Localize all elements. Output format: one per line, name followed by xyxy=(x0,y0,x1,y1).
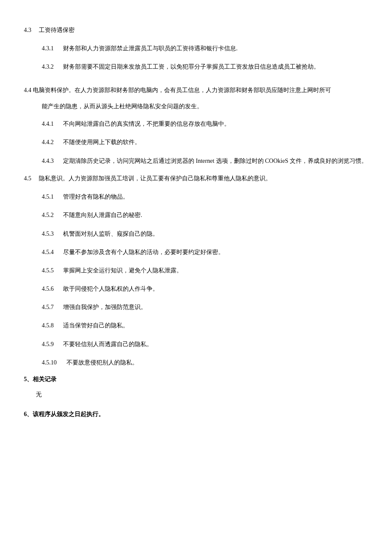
section-title: 隐私意识。人力资源部加强员工培训，让员工要有保护自己隐私和尊重他人隐私的意识。 xyxy=(39,175,271,182)
item-text: 管理好含有隐私的物品。 xyxy=(63,191,368,202)
item-4-5-4: 4.5.4 尽量不参加涉及含有个人隐私的活动，必要时要约定好保密。 xyxy=(24,247,368,257)
item-4-5-8: 4.5.8 适当保管好自己的隐私。 xyxy=(24,320,368,331)
item-number: 4.3.2 xyxy=(42,61,63,72)
item-4-5-2: 4.5.2 不随意向别人泄露自己的秘密. xyxy=(24,210,368,220)
item-number: 4.5.8 xyxy=(42,320,63,331)
item-number: 4.5.3 xyxy=(42,228,63,239)
item-number: 4.5.7 xyxy=(42,302,63,312)
item-number: 4.5.10 xyxy=(42,357,66,368)
section-4-3-heading: 4.3 工资待遇保密 xyxy=(24,25,368,35)
item-text: 定期清除历史记录，访问完网站之后通过浏览器的 Internet 选项，删除过时的… xyxy=(63,155,368,167)
item-number: 4.5.9 xyxy=(42,339,63,350)
section-text-a: 电脑资料保护。在人力资源部和财务部的电脑内，会有员工信息，人力资源部和财务部职员… xyxy=(33,87,331,93)
item-number: 4.4.1 xyxy=(42,119,63,129)
item-number: 4.5.5 xyxy=(42,265,63,276)
section-number: 4.3 xyxy=(24,27,32,33)
section-5-heading: 5、相关记录 xyxy=(24,376,368,383)
item-4-4-1: 4.4.1 不向网站泄露自己的真实情况，不把重要的信息存放在电脑中。 xyxy=(24,119,368,129)
section-5-body: 无 xyxy=(24,391,368,399)
item-text: 增强自我保护，加强防范意识。 xyxy=(63,302,368,312)
item-4-5-6: 4.5.6 敢于同侵犯个人隐私权的人作斗争。 xyxy=(24,283,368,294)
item-text: 机警面对别人监听、窥探自己的隐。 xyxy=(63,228,368,239)
item-4-5-10: 4.5.10 不要故意侵犯别人的隐私。 xyxy=(24,357,368,368)
item-number: 4.5.4 xyxy=(42,247,63,257)
section-number: 4.4 xyxy=(24,87,32,93)
item-number: 4.3.1 xyxy=(42,43,63,54)
item-text: 适当保管好自己的隐私。 xyxy=(63,320,368,331)
item-text: 不要轻信别人而透露自己的隐私。 xyxy=(63,339,368,350)
item-text: 不要故意侵犯别人的隐私。 xyxy=(66,357,368,368)
item-4-4-3: 4.4.3 定期清除历史记录，访问完网站之后通过浏览器的 Internet 选项… xyxy=(24,155,368,167)
item-text: 尽量不参加涉及含有个人隐私的活动，必要时要约定好保密。 xyxy=(63,247,368,257)
item-number: 4.5.2 xyxy=(42,210,63,220)
item-4-4-2: 4.4.2 不随便使用网上下载的软件。 xyxy=(24,137,368,147)
item-4-3-1: 4.3.1 财务部和人力资源部禁止泄露员工与职员的工资待遇和银行卡信息. xyxy=(24,43,368,54)
item-text: 敢于同侵犯个人隐私权的人作斗争。 xyxy=(63,283,368,294)
section-4-4-line2: 能产生的隐患，从而从源头上杜绝网络隐私安全问题的发生。 xyxy=(24,101,368,113)
item-4-5-3: 4.5.3 机警面对别人监听、窥探自己的隐。 xyxy=(24,228,368,239)
section-title: 工资待遇保密 xyxy=(39,27,75,33)
item-text: 财务部和人力资源部禁止泄露员工与职员的工资待遇和银行卡信息. xyxy=(63,43,368,54)
section-6-heading: 6、该程序从颁发之日起执行。 xyxy=(24,410,368,418)
item-4-5-7: 4.5.7 增强自我保护，加强防范意识。 xyxy=(24,302,368,312)
section-4-4-line1: 4.4 电脑资料保护。在人力资源部和财务部的电脑内，会有员工信息，人力资源部和财… xyxy=(24,84,368,96)
section-4-5-heading: 4.5 隐私意识。人力资源部加强员工培训，让员工要有保护自己隐私和尊重他人隐私的… xyxy=(24,173,368,184)
item-4-5-5: 4.5.5 掌握网上安全运行知识，避免个人隐私泄露。 xyxy=(24,265,368,276)
item-text: 不向网站泄露自己的真实情况，不把重要的信息存放在电脑中。 xyxy=(63,119,368,129)
item-number: 4.4.3 xyxy=(42,155,63,167)
item-4-3-2: 4.3.2 财务部需要不固定日期来发放员工工资，以免犯罪分子掌握员工工资发放日信… xyxy=(24,61,368,72)
item-text: 掌握网上安全运行知识，避免个人隐私泄露。 xyxy=(63,265,368,276)
section-4-4: 4.4 电脑资料保护。在人力资源部和财务部的电脑内，会有员工信息，人力资源部和财… xyxy=(24,84,368,113)
item-4-5-9: 4.5.9 不要轻信别人而透露自己的隐私。 xyxy=(24,339,368,350)
item-number: 4.5.6 xyxy=(42,283,63,294)
item-4-5-1: 4.5.1 管理好含有隐私的物品。 xyxy=(24,191,368,202)
item-number: 4.5.1 xyxy=(42,191,63,202)
item-text: 不随便使用网上下载的软件。 xyxy=(63,137,368,147)
item-text: 财务部需要不固定日期来发放员工工资，以免犯罪分子掌握员工工资发放日信息造成员工被… xyxy=(63,61,368,72)
item-text: 不随意向别人泄露自己的秘密. xyxy=(63,210,368,220)
section-number: 4.5 xyxy=(24,175,32,182)
item-number: 4.4.2 xyxy=(42,137,63,147)
